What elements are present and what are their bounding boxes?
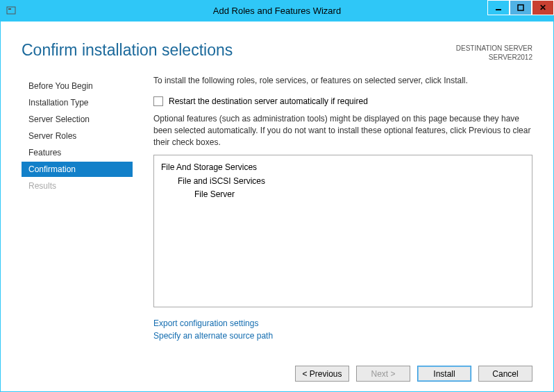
wizard-step-server-selection[interactable]: Server Selection (22, 112, 133, 127)
wizard-steps-sidebar: Before You BeginInstallation TypeServer … (22, 76, 133, 342)
wizard-buttons: < Previous Next > Install Cancel (295, 366, 532, 382)
wizard-step-results: Results (22, 178, 133, 194)
role-item: File Server (161, 188, 525, 201)
destination-server-block: DESTINATION SERVER SERVER2012 (456, 41, 532, 62)
optional-features-text: Optional features (such as administratio… (153, 113, 532, 148)
titlebar: Add Roles and Features Wizard ✕ (0, 0, 554, 21)
page-title: Confirm installation selections (22, 41, 233, 60)
wizard-step-installation-type[interactable]: Installation Type (22, 95, 133, 110)
action-links: Export configuration settings Specify an… (153, 317, 532, 342)
destination-server: SERVER2012 (456, 53, 532, 62)
role-item: File And Storage Services (161, 161, 525, 174)
window-title: Add Roles and Features Wizard (213, 6, 341, 16)
restart-checkbox-label: Restart the destination server automatic… (169, 96, 368, 106)
window-controls: ✕ (487, 0, 554, 15)
previous-button[interactable]: < Previous (295, 366, 349, 382)
destination-label: DESTINATION SERVER (456, 44, 532, 53)
window-body: Confirm installation selections DESTINAT… (0, 21, 554, 392)
wizard-step-features[interactable]: Features (22, 145, 133, 160)
header: Confirm installation selections DESTINAT… (1, 22, 553, 62)
maximize-button[interactable] (510, 0, 532, 15)
close-button[interactable]: ✕ (532, 0, 554, 15)
next-button: Next > (356, 366, 410, 382)
cancel-button[interactable]: Cancel (478, 366, 532, 382)
intro-text: To install the following roles, role ser… (153, 76, 532, 85)
restart-checkbox[interactable] (153, 96, 163, 106)
svg-rect-0 (7, 7, 15, 14)
minimize-button[interactable] (487, 0, 510, 15)
alternate-source-link[interactable]: Specify an alternate source path (153, 330, 532, 342)
wizard-step-before-you-begin[interactable]: Before You Begin (22, 78, 133, 94)
restart-checkbox-row: Restart the destination server automatic… (153, 96, 532, 106)
app-icon (4, 3, 18, 17)
selected-roles-list: File And Storage ServicesFile and iSCSI … (153, 155, 532, 307)
wizard-step-server-roles[interactable]: Server Roles (22, 128, 133, 144)
svg-rect-1 (8, 8, 11, 10)
wizard-step-confirmation[interactable]: Confirmation (22, 162, 133, 177)
role-item: File and iSCSI Services (161, 175, 525, 188)
install-button[interactable]: Install (417, 366, 471, 382)
svg-rect-3 (518, 5, 523, 10)
export-settings-link[interactable]: Export configuration settings (153, 317, 532, 330)
content-area: To install the following roles, role ser… (133, 76, 532, 342)
